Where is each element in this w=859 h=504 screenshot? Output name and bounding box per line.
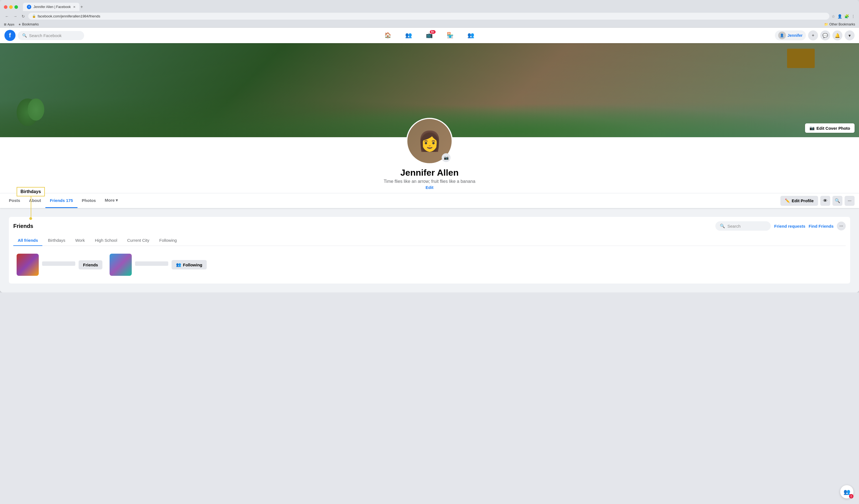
minimize-traffic-light[interactable]	[9, 5, 13, 9]
user-profile-button[interactable]: 👤 Jennifer	[775, 30, 806, 41]
edit-cover-photo-button[interactable]: 📷 Edit Cover Photo	[805, 123, 855, 133]
profile-avatar-camera-button[interactable]: 📷	[442, 153, 451, 162]
camera-icon: 📷	[810, 126, 815, 131]
friend-button-1[interactable]: Friends	[79, 260, 102, 270]
eye-icon: 👁	[823, 198, 827, 203]
view-as-button[interactable]: 👁	[820, 196, 830, 206]
search-icon: 🔍	[835, 198, 840, 203]
apps-grid-icon: ⊞	[4, 23, 6, 26]
friends-grid: Friends 👥 Following	[13, 250, 846, 279]
fb-logo-text: f	[9, 32, 11, 39]
friends-tab-following[interactable]: Following	[155, 235, 181, 246]
forward-button[interactable]: →	[12, 13, 18, 20]
tab-more[interactable]: More ▾	[100, 193, 122, 208]
friends-tab-currentcity[interactable]: Current City	[123, 235, 154, 246]
address-bar[interactable]: 🔒 facebook.com/jenniferallen1984/friends	[28, 13, 829, 20]
messenger-button[interactable]: 💬	[820, 30, 830, 41]
fullscreen-traffic-light[interactable]	[14, 5, 18, 9]
profile-bio: Time flies like an arrow; fruit flies li…	[383, 179, 475, 184]
friend-avatar-1	[17, 254, 39, 276]
tab-friends[interactable]: Friends 175	[45, 194, 77, 208]
friends-count: 175	[66, 198, 73, 203]
friend-info-1	[42, 261, 75, 268]
birthdays-callout-line	[31, 196, 31, 218]
messenger-icon: 💬	[823, 33, 828, 38]
friends-more-button[interactable]: ···	[837, 222, 846, 230]
user-avatar: 👤	[778, 32, 786, 39]
friends-tab-all[interactable]: All friends	[13, 235, 42, 246]
profile-search-button[interactable]: 🔍	[832, 196, 842, 206]
friend-button-2[interactable]: 👥 Following	[171, 260, 207, 270]
user-name-label: Jennifer	[788, 33, 802, 37]
reload-button[interactable]: ↻	[20, 13, 26, 20]
notification-button[interactable]: 🔔	[832, 30, 842, 41]
bookmark-star-button[interactable]: ☆	[832, 14, 835, 18]
address-bar-actions: ☆ 👤 🧩 ⋮	[832, 14, 855, 18]
profile-name: Jennifer Allen	[401, 168, 458, 178]
profile-more-button[interactable]: ···	[845, 196, 855, 206]
birthdays-tab-label: Birthdays	[48, 238, 65, 243]
other-bookmarks-label: Other Bookmarks	[829, 22, 855, 26]
friends-header: Friends 🔍 Search Friend requests Find Fr…	[13, 221, 846, 231]
extensions-button[interactable]: 🧩	[844, 14, 849, 18]
friend-card-2: 👥 Following	[106, 250, 195, 279]
friends-tab-highschool[interactable]: High School	[90, 235, 122, 246]
friend-requests-link[interactable]: Friend requests	[774, 224, 805, 229]
facebook-logo[interactable]: f	[4, 30, 15, 41]
friend-card-1: Friends	[13, 250, 102, 279]
tab-close-button[interactable]: ✕	[73, 5, 76, 9]
friends-tab-work[interactable]: Work	[71, 235, 89, 246]
browser-window: f Jennifer Allen | Facebook ✕ + ← → ↻ 🔒 …	[0, 0, 859, 292]
new-tab-button[interactable]: +	[80, 4, 83, 10]
traffic-lights	[4, 5, 18, 9]
nav-marketplace-button[interactable]: 🏪	[440, 30, 460, 42]
following-tab-label: Following	[160, 238, 177, 243]
account-menu-button[interactable]: ▾	[845, 30, 855, 41]
profile-button[interactable]: 👤	[838, 14, 842, 18]
profile-edit-link[interactable]: Edit	[426, 185, 433, 190]
notification-icon: 🔔	[835, 33, 840, 38]
apps-label[interactable]: Apps	[7, 23, 14, 26]
friends-tab-birthdays[interactable]: Birthdays	[43, 235, 70, 246]
nav-home-button[interactable]: 🏠	[378, 30, 398, 42]
tab-more-label: More	[105, 198, 115, 202]
back-button[interactable]: ←	[4, 13, 10, 20]
find-friends-link[interactable]: Find Friends	[809, 224, 833, 229]
more-dots-icon: ···	[848, 198, 851, 203]
bookmarks-item[interactable]: ★ Bookmarks	[18, 22, 39, 26]
other-bookmarks[interactable]: 📁 Other Bookmarks	[824, 22, 855, 26]
profile-avatar-wrap: 👩 📷	[406, 118, 453, 164]
cover-area: 📷 Edit Cover Photo 👩 📷 Jennifer Al	[0, 43, 859, 208]
add-button[interactable]: +	[808, 30, 818, 41]
friends-search-input[interactable]: 🔍 Search	[715, 221, 771, 231]
browser-titlebar: f Jennifer Allen | Facebook ✕ +	[0, 0, 859, 11]
active-tab[interactable]: f Jennifer Allen | Facebook ✕	[23, 3, 79, 11]
profile-tabs: Posts About Friends 175 Photos More ▾	[0, 193, 859, 208]
friend-info-2	[135, 261, 168, 268]
friend-name-1	[42, 261, 75, 266]
nav-groups-button[interactable]: 👥	[461, 30, 481, 42]
address-bar-row: ← → ↻ 🔒 facebook.com/jenniferallen1984/f…	[0, 11, 859, 21]
profile-tab-actions: ✏️ Edit Profile 👁 🔍 ···	[780, 196, 855, 206]
menu-button[interactable]: ⋮	[851, 14, 855, 18]
fb-topnav: f 🔍 Search Facebook 🏠 👥 📺 9+ 🏪 👥	[0, 28, 859, 43]
edit-profile-button[interactable]: ✏️ Edit Profile	[780, 196, 818, 206]
profile-section: 👩 📷 Jennifer Allen Time flies like an ar…	[0, 137, 859, 190]
tab-photos[interactable]: Photos	[77, 194, 101, 208]
birthdays-callout: Birthdays	[17, 187, 45, 196]
camera-icon: 📷	[444, 155, 449, 160]
close-traffic-light[interactable]	[4, 5, 7, 9]
more-dots-icon: ···	[839, 224, 843, 229]
edit-profile-label: Edit Profile	[792, 198, 814, 203]
nav-friends-button[interactable]: 👥	[398, 30, 419, 42]
all-friends-label: All friends	[18, 238, 38, 243]
bookmarks-folder-icon: 📁	[824, 22, 828, 26]
search-icon: 🔍	[720, 224, 725, 229]
friends-section-title: Friends	[13, 223, 33, 229]
nav-watch-button[interactable]: 📺 9+	[419, 30, 439, 42]
fb-search-bar[interactable]: 🔍 Search Facebook	[18, 31, 84, 40]
following-icon: 👥	[176, 262, 181, 267]
tab-bar: f Jennifer Allen | Facebook ✕ +	[23, 3, 855, 11]
bookmarks-apps: ⊞ Apps	[4, 23, 14, 26]
main-content: Birthdays 📷 Edit Cover Photo	[0, 43, 859, 292]
